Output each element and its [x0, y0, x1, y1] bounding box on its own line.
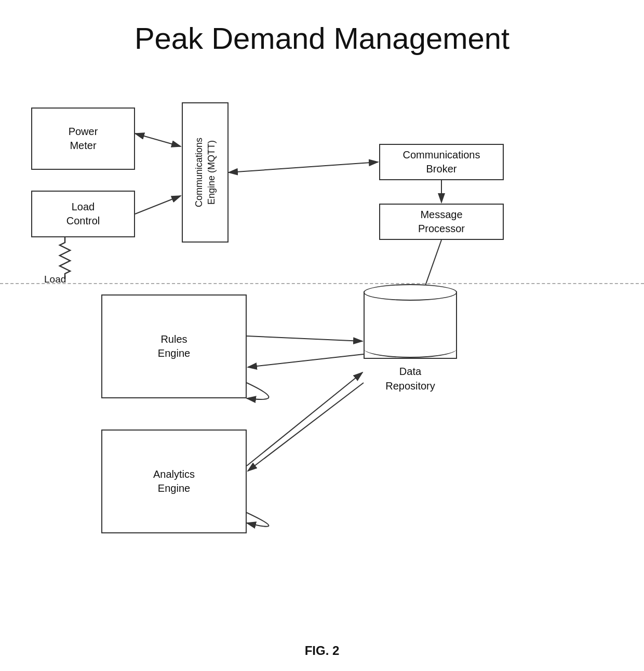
rules-engine-box: RulesEngine [101, 294, 247, 398]
page-title: Peak Demand Management [0, 0, 644, 66]
svg-line-8 [248, 354, 364, 367]
load-label: Load [44, 274, 66, 285]
cylinder-body [364, 291, 457, 359]
comm-broker-label: CommunicationsBroker [403, 148, 480, 176]
comm-engine-box: CommunicationsEngine (MQTT) [182, 102, 229, 243]
data-repository-cylinder: DataRepository [364, 284, 457, 393]
comm-engine-label: CommunicationsEngine (MQTT) [193, 138, 218, 207]
svg-line-10 [248, 383, 364, 471]
svg-line-2 [135, 133, 181, 146]
load-control-label: LoadControl [66, 200, 100, 228]
page-container: Peak Demand Management PowerMeter LoadCo… [0, 0, 644, 671]
analytics-engine-box: AnalyticsEngine [101, 430, 247, 533]
cylinder-top [364, 284, 457, 301]
load-control-box: LoadControl [31, 191, 135, 237]
svg-line-4 [229, 162, 378, 172]
comm-broker-box: CommunicationsBroker [379, 144, 504, 180]
svg-line-3 [135, 196, 181, 214]
msg-processor-box: MessageProcessor [379, 204, 504, 240]
diagram-area: PowerMeter LoadControl CommunicationsEng… [0, 66, 644, 668]
msg-processor-label: MessageProcessor [418, 208, 465, 236]
svg-line-7 [247, 336, 363, 341]
svg-line-9 [247, 372, 363, 466]
analytics-engine-label: AnalyticsEngine [153, 467, 195, 495]
figure-caption: FIG. 2 [305, 643, 340, 658]
cylinder-bottom-arc [364, 339, 457, 358]
resistor-symbol [52, 237, 78, 279]
power-meter-box: PowerMeter [31, 108, 135, 170]
rules-engine-label: RulesEngine [158, 332, 190, 360]
dashed-separator [0, 283, 644, 284]
data-repository-label: DataRepository [385, 364, 435, 393]
power-meter-label: PowerMeter [69, 125, 98, 153]
